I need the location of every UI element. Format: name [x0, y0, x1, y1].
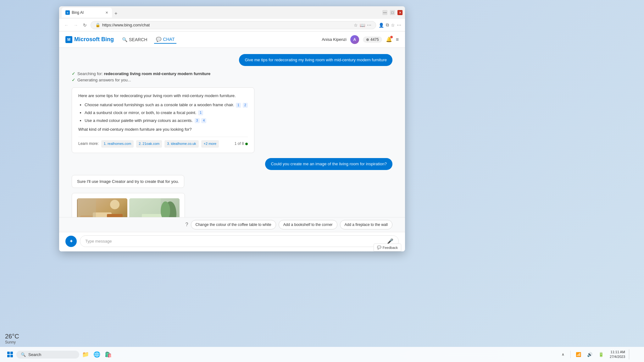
- message-input-container[interactable]: Type message 🎤: [80, 235, 399, 247]
- notification-dot: [390, 36, 393, 38]
- chat-area: Give me tips for redecorating my living …: [59, 48, 405, 217]
- forward-button[interactable]: →: [72, 21, 79, 29]
- bing-nav: 🔍 SEARCH 💬 CHAT: [120, 36, 176, 44]
- suggestion-pill-1[interactable]: Change the colour of the coffee table to…: [191, 220, 276, 229]
- suggestion-pill-2[interactable]: Add a bookshelf to the corner: [279, 220, 337, 229]
- browser-toolbar: 👤 ⧉ ☆ ⋯: [379, 22, 401, 28]
- taskbar-search-bar[interactable]: 🔍 Search: [16, 351, 79, 359]
- sound-icon[interactable]: 🔊: [585, 349, 595, 359]
- searching-query: redecorating living room mid-century mod…: [104, 71, 211, 76]
- image-grid-section: Made with Image Creator: [72, 193, 185, 217]
- windows-logo-icon: [7, 352, 13, 357]
- bing-logo[interactable]: M Microsoft Bing: [65, 36, 114, 43]
- input-bar: ✦ Type message 🎤: [59, 232, 405, 251]
- reading-view-icon[interactable]: 📖: [360, 23, 365, 28]
- taskbar-time[interactable]: 11:11 AM 27/4/2023: [607, 350, 628, 359]
- nav-chat-item[interactable]: 💬 CHAT: [154, 36, 176, 44]
- check-icon-2: ✓: [72, 77, 75, 82]
- bing-header-right: Anisa Kipenzi A ⊕ 4475 🔔 ≡: [322, 35, 399, 44]
- title-bar: B Bing AI ✕ + — □ ✕: [59, 6, 405, 19]
- source-link-1[interactable]: 1. realhomes.com: [101, 140, 134, 148]
- battery-icon[interactable]: 🔋: [596, 349, 606, 359]
- start-button[interactable]: [5, 349, 15, 359]
- user-message-1: Give me tips for redecorating my living …: [239, 54, 392, 66]
- generated-image-2[interactable]: [129, 198, 180, 217]
- edge-browser-icon[interactable]: 🌐: [92, 349, 102, 359]
- clock-date: 27/4/2023: [610, 354, 625, 359]
- user-message-2: Could you create me an image of the livi…: [265, 158, 392, 170]
- user-message-2-text: Could you create me an image of the livi…: [271, 162, 387, 166]
- suggestion-pill-3[interactable]: Add a fireplace to the wall: [340, 220, 392, 229]
- tab-title: Bing AI: [72, 10, 84, 15]
- search-query-text: Searching for: redecorating living room …: [77, 71, 210, 76]
- tab-favicon: B: [65, 10, 70, 15]
- menu-button[interactable]: ≡: [396, 37, 399, 42]
- profile-icon[interactable]: 👤: [379, 23, 384, 28]
- address-bar-icons: ☆ 📖 ⋯: [354, 23, 371, 28]
- close-button[interactable]: ✕: [397, 10, 402, 15]
- nav-search-item[interactable]: 🔍 SEARCH: [120, 36, 149, 43]
- svg-point-7: [110, 200, 119, 209]
- chevron-icon[interactable]: ∧: [558, 349, 568, 359]
- taskbar-search-icon: 🔍: [21, 352, 26, 357]
- taskbar-divider: [570, 351, 571, 358]
- points-value: 4475: [370, 37, 379, 42]
- favorites-icon[interactable]: ☆: [354, 23, 358, 28]
- weather-description: Sunny: [5, 340, 19, 344]
- user-message-1-text: Give me tips for redecorating my living …: [245, 58, 387, 62]
- response-bullets: Choose natural wood furnishings such as …: [85, 102, 248, 124]
- cite-ref-5[interactable]: 4: [201, 118, 206, 123]
- tab-close-btn[interactable]: ✕: [105, 11, 108, 15]
- source-link-3[interactable]: 3. idealhome.co.uk: [164, 140, 198, 148]
- url-input[interactable]: 🔒 https://www.bing.com/chat ☆ 📖 ⋯: [91, 21, 376, 29]
- svg-rect-5: [77, 198, 96, 217]
- cite-ref-1[interactable]: 1: [236, 103, 241, 108]
- user-initial: A: [353, 37, 356, 42]
- bing-btn-icon: ✦: [69, 238, 73, 244]
- feedback-button[interactable]: 💬 Feedback: [374, 244, 401, 251]
- refresh-button[interactable]: ↻: [82, 21, 88, 29]
- suggestions-bar: ? Change the colour of the coffee table …: [59, 217, 405, 232]
- search-nav-icon: 🔍: [122, 37, 127, 42]
- cite-ref-4[interactable]: 3: [195, 118, 200, 123]
- bing-chat-button[interactable]: ✦: [65, 236, 77, 247]
- maximize-button[interactable]: □: [390, 10, 395, 15]
- help-icon[interactable]: ?: [186, 222, 188, 228]
- new-tab-button[interactable]: +: [112, 9, 120, 18]
- extensions-icon[interactable]: ⧉: [386, 22, 389, 28]
- notifications-button[interactable]: 🔔: [386, 36, 392, 42]
- store-icon[interactable]: 🛍️: [103, 349, 113, 359]
- settings-icon[interactable]: ⋯: [397, 23, 401, 28]
- response-intro: Here are some tips for redecorating your…: [78, 93, 248, 99]
- generated-image-1[interactable]: [77, 198, 127, 217]
- url-text: https://www.bing.com/chat: [102, 23, 150, 27]
- network-icon[interactable]: 📶: [573, 349, 583, 359]
- bullet-3: Use a muted colour palette with primary …: [85, 118, 248, 124]
- browser-menu-icon[interactable]: ⋯: [367, 23, 371, 28]
- chat-nav-icon: 💬: [156, 37, 161, 42]
- taskbar: 🔍 Search 📁 🌐 🛍️ ∧ 📶 🔊 🔋 11:11 AM 27/4/20…: [0, 347, 644, 362]
- main-content: Give me tips for redecorating my living …: [59, 48, 405, 251]
- bullet-2: Add a sunburst clock or mirror, or both,…: [85, 110, 248, 116]
- message-placeholder: Type message: [85, 239, 385, 244]
- image-grid: [77, 198, 180, 217]
- searching-label: Searching for:: [77, 71, 103, 76]
- source-link-2[interactable]: 2. 21oak.com: [136, 140, 162, 148]
- cite-ref-2[interactable]: 2: [243, 103, 248, 108]
- weather-widget: 26°C Sunny: [5, 333, 19, 344]
- active-tab[interactable]: B Bing AI ✕: [62, 8, 112, 18]
- window-controls: — □ ✕: [382, 10, 402, 15]
- bullet-1: Choose natural wood furnishings such as …: [85, 102, 248, 108]
- svg-rect-4: [107, 214, 123, 217]
- user-avatar[interactable]: A: [350, 35, 359, 44]
- bing-header: M Microsoft Bing 🔍 SEARCH 💬 CHAT Anisa K…: [59, 31, 405, 48]
- cite-ref-3[interactable]: 1: [198, 110, 203, 115]
- file-explorer-icon[interactable]: 📁: [80, 349, 91, 359]
- show-desktop-icon[interactable]: [629, 349, 639, 359]
- nav-search-label: SEARCH: [129, 37, 147, 42]
- minimize-button[interactable]: —: [382, 10, 387, 15]
- source-link-more[interactable]: +2 more: [201, 140, 219, 148]
- back-button[interactable]: ←: [63, 21, 70, 29]
- search-line-1: ✓ Searching for: redecorating living roo…: [72, 71, 210, 76]
- favorites-toolbar-icon[interactable]: ☆: [391, 23, 395, 28]
